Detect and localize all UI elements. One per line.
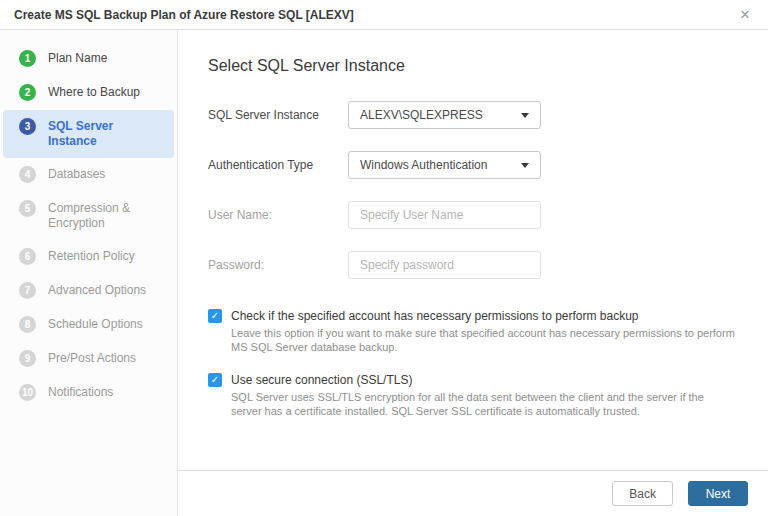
step-number-badge: 6 xyxy=(19,248,36,265)
step-label: Pre/Post Actions xyxy=(48,351,136,366)
sidebar-item-databases[interactable]: 4 Databases xyxy=(3,158,174,192)
step-number-badge: 9 xyxy=(19,350,36,367)
user-name-field[interactable] xyxy=(348,201,541,229)
step-number-badge: 10 xyxy=(19,384,36,401)
step-label: Plan Name xyxy=(48,51,107,66)
authentication-type-row: Authentication Type Windows Authenticati… xyxy=(208,151,738,179)
sql-server-instance-row: SQL Server Instance ALEXV\SQLEXPRESS xyxy=(208,101,738,129)
password-row: Password: xyxy=(208,251,738,279)
step-label: Advanced Options xyxy=(48,283,146,298)
user-name-label: User Name: xyxy=(208,208,348,222)
step-number-badge: 4 xyxy=(19,166,36,183)
next-button[interactable]: Next xyxy=(688,481,748,506)
sidebar-item-notifications[interactable]: 10 Notifications xyxy=(3,376,174,410)
selected-value: Windows Authentication xyxy=(360,158,487,172)
secure-connection-checkbox[interactable]: ✓ Use secure connection (SSL/TLS) xyxy=(208,372,738,388)
sidebar-item-pre-post-actions[interactable]: 9 Pre/Post Actions xyxy=(3,342,174,376)
checkbox-checked-icon[interactable]: ✓ xyxy=(208,373,222,387)
password-field[interactable] xyxy=(348,251,541,279)
wizard-footer: Back Next xyxy=(178,470,768,516)
sidebar-item-advanced-options[interactable]: 7 Advanced Options xyxy=(3,274,174,308)
sql-server-instance-select[interactable]: ALEXV\SQLEXPRESS xyxy=(348,101,541,129)
close-icon[interactable]: × xyxy=(736,4,754,25)
authentication-type-select[interactable]: Windows Authentication xyxy=(348,151,541,179)
step-number-badge: 7 xyxy=(19,282,36,299)
step-content: Select SQL Server Instance SQL Server In… xyxy=(178,30,768,470)
step-number-badge: 3 xyxy=(19,118,36,135)
step-label: Compression & Encryption xyxy=(48,201,164,231)
step-number-badge: 2 xyxy=(19,84,36,101)
check-permissions-checkbox[interactable]: ✓ Check if the specified account has nec… xyxy=(208,308,738,324)
secure-connection-block: ✓ Use secure connection (SSL/TLS) SQL Se… xyxy=(208,372,738,418)
secure-connection-description: SQL Server uses SSL/TLS encryption for a… xyxy=(231,390,736,418)
window-title: Create MS SQL Backup Plan of Azure Resto… xyxy=(14,8,354,22)
step-number-badge: 8 xyxy=(19,316,36,333)
sidebar-item-schedule-options[interactable]: 8 Schedule Options xyxy=(3,308,174,342)
sidebar-item-plan-name[interactable]: 1 Plan Name xyxy=(3,42,174,76)
checkbox-checked-icon[interactable]: ✓ xyxy=(208,309,222,323)
dialog-body: 1 Plan Name 2 Where to Backup 3 SQL Serv… xyxy=(0,30,768,516)
sidebar-item-compression-encryption[interactable]: 5 Compression & Encryption xyxy=(3,192,174,240)
sidebar-item-where-to-backup[interactable]: 2 Where to Backup xyxy=(3,76,174,110)
step-number-badge: 5 xyxy=(19,200,36,217)
step-number-badge: 1 xyxy=(19,50,36,67)
create-backup-plan-dialog: Create MS SQL Backup Plan of Azure Resto… xyxy=(0,0,768,516)
secure-connection-label[interactable]: Use secure connection (SSL/TLS) xyxy=(231,372,412,388)
step-label: Retention Policy xyxy=(48,249,135,264)
user-name-row: User Name: xyxy=(208,201,738,229)
selected-value: ALEXV\SQLEXPRESS xyxy=(360,108,483,122)
chevron-down-icon xyxy=(521,113,529,118)
back-button[interactable]: Back xyxy=(612,481,673,506)
step-label: Databases xyxy=(48,167,105,182)
sidebar-item-retention-policy[interactable]: 6 Retention Policy xyxy=(3,240,174,274)
step-label: Where to Backup xyxy=(48,85,140,100)
password-label: Password: xyxy=(208,258,348,272)
check-permissions-block: ✓ Check if the specified account has nec… xyxy=(208,308,738,354)
step-label: Schedule Options xyxy=(48,317,143,332)
sidebar-item-sql-server-instance[interactable]: 3 SQL Server Instance xyxy=(3,110,174,158)
main-panel: Select SQL Server Instance SQL Server In… xyxy=(178,30,768,516)
chevron-down-icon xyxy=(521,163,529,168)
step-label: SQL Server Instance xyxy=(48,119,164,149)
check-permissions-label[interactable]: Check if the specified account has neces… xyxy=(231,308,639,324)
titlebar: Create MS SQL Backup Plan of Azure Resto… xyxy=(0,0,768,30)
wizard-steps-sidebar: 1 Plan Name 2 Where to Backup 3 SQL Serv… xyxy=(0,30,178,516)
authentication-type-label: Authentication Type xyxy=(208,158,348,172)
check-permissions-description: Leave this option if you want to make su… xyxy=(231,326,736,354)
sql-server-instance-label: SQL Server Instance xyxy=(208,108,348,122)
page-title: Select SQL Server Instance xyxy=(208,57,738,75)
step-label: Notifications xyxy=(48,385,113,400)
